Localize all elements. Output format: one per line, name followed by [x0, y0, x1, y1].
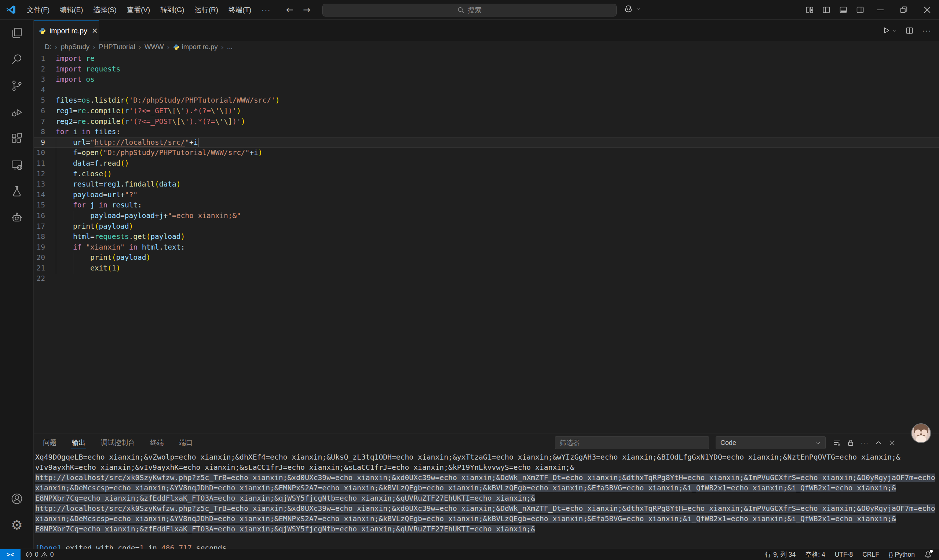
code-line[interactable]: 20 print(payload): [34, 252, 939, 263]
testing-icon[interactable]: [0, 178, 34, 205]
output-source-select[interactable]: Code: [715, 436, 826, 449]
output-row[interactable]: http://localhost/src/xk0SzyKwfzw.php?z5c…: [35, 503, 939, 514]
code-line[interactable]: 1import re: [34, 54, 939, 64]
code-line[interactable]: 10 f=open("D:/phpStudy/PHPTutorial/WWW/s…: [34, 148, 939, 158]
code-line[interactable]: 17 print(payload): [34, 222, 939, 232]
editor-more-actions-button[interactable]: ···: [922, 26, 932, 35]
breadcrumb-item[interactable]: phpStudy: [61, 43, 89, 51]
assistant-avatar[interactable]: [911, 423, 931, 443]
run-python-file-button[interactable]: [882, 26, 897, 34]
code-line[interactable]: 18 html=requests.get(payload): [34, 232, 939, 242]
menu-item[interactable]: 终端(T): [224, 6, 256, 14]
breadcrumb-separator: ›: [139, 43, 141, 51]
close-icon[interactable]: [916, 0, 939, 20]
code-line[interactable]: 15 for j in result:: [34, 200, 939, 211]
code-line[interactable]: 22: [34, 274, 939, 284]
close-panel-icon[interactable]: [888, 439, 896, 446]
output-row[interactable]: E8NPXbr7Cq=echo xianxin;&zfEddFlxaK_FTO3…: [35, 493, 939, 503]
code-line[interactable]: 14 payload=url+"?": [34, 190, 939, 200]
line-number: 10: [34, 148, 45, 158]
code-line[interactable]: 12 f.close(): [34, 169, 939, 180]
customize-layout-button[interactable]: [801, 0, 818, 20]
code-line[interactable]: 7reg2=re.compile(r'(?<=_POST\[\').*(?=\'…: [34, 117, 939, 127]
toggle-primary-sidebar-button[interactable]: [818, 0, 835, 20]
menu-item[interactable]: 转到(G): [155, 6, 189, 14]
eol-status[interactable]: CRLF: [857, 551, 884, 558]
vscode-window: 文件(F)编辑(E)选择(S)查看(V)转到(G)运行(R)终端(T) ··· …: [0, 0, 939, 560]
code-editor[interactable]: 1import re2import requests3import os45fi…: [34, 53, 939, 434]
breadcrumb-item[interactable]: WWW: [145, 43, 163, 51]
code-line[interactable]: 13 result=reg1.findall(data): [34, 179, 939, 190]
code-line[interactable]: 21 exit(1): [34, 263, 939, 274]
remote-indicator[interactable]: ><: [0, 549, 20, 560]
run-debug-icon[interactable]: [0, 99, 34, 125]
code-line[interactable]: 6reg1=re.compile(r'(?<=_GET\[\').*(?=\'\…: [34, 106, 939, 117]
output-filter-input[interactable]: 筛选器: [555, 436, 709, 449]
cursor-position-status[interactable]: 行 9, 列 34: [760, 550, 801, 559]
output-row[interactable]: xianxin;&DeMcscsp=echo xianxin;&YV8nqJDh…: [35, 483, 939, 493]
menu-item[interactable]: 文件(F): [22, 6, 55, 14]
restore-button[interactable]: [892, 0, 916, 20]
account-icon[interactable]: [0, 486, 34, 512]
output-row[interactable]: E8NPXbr7Cq=echo xianxin;&zfEddFlxaK_FTO3…: [35, 524, 939, 534]
toggle-secondary-sidebar-button[interactable]: [852, 0, 868, 20]
tab-close-icon[interactable]: ✕: [92, 26, 98, 35]
tab-import-re-py[interactable]: import re.py ✕: [34, 20, 99, 41]
panel-tab-item[interactable]: 端口: [174, 434, 198, 452]
output-row[interactable]: xianxin;&DeMcscsp=echo xianxin;&YV8nqJDh…: [35, 514, 939, 524]
output-done-row[interactable]: [Done] exited with code=1 in 486.717 sec…: [35, 543, 939, 549]
output-row[interactable]: Xq49D0gqeLB=echo xianxin;&vZwolp=echo xi…: [35, 452, 939, 463]
ai-chat-icon[interactable]: [0, 205, 34, 231]
panel-tab-item[interactable]: 调试控制台: [96, 434, 140, 452]
problems-status[interactable]: 0 0: [20, 551, 59, 558]
back-arrow-button[interactable]: ←: [286, 5, 293, 15]
breadcrumb-item[interactable]: D:: [45, 43, 52, 51]
breadcrumb-item[interactable]: import re.py: [182, 43, 218, 51]
code-line[interactable]: 8for i in files:: [34, 127, 939, 137]
language-status[interactable]: {} Python: [884, 551, 920, 558]
output-row[interactable]: http://localhost/src/xk0SzyKwfzw.php?z5c…: [35, 473, 939, 483]
code-line[interactable]: 9 url="http://localhost/src/"+i: [34, 137, 939, 148]
code-line[interactable]: 4: [34, 85, 939, 95]
minimize-button[interactable]: [868, 0, 892, 20]
menu-item[interactable]: 运行(R): [190, 6, 224, 14]
breadcrumb-item[interactable]: ...: [227, 43, 233, 51]
code-line[interactable]: 2import requests: [34, 64, 939, 75]
menu-item[interactable]: 查看(V): [122, 6, 155, 14]
forward-arrow-button[interactable]: →: [303, 5, 310, 15]
code-line[interactable]: 3import os: [34, 74, 939, 85]
settings-gear-icon[interactable]: ⚙: [0, 512, 34, 538]
notifications-bell-icon[interactable]: [920, 551, 934, 558]
output-console[interactable]: Xq49D0gqeLB=echo xianxin;&vZwolp=echo xi…: [34, 452, 939, 549]
breadcrumb-item[interactable]: PHPTutorial: [99, 43, 135, 51]
lock-scroll-icon[interactable]: [847, 439, 854, 446]
clear-output-icon[interactable]: [833, 439, 841, 447]
menu-item[interactable]: 选择(S): [88, 6, 122, 14]
output-row[interactable]: vIv9ayxhK=echo xianxin;&vIv9ayxhK=echo x…: [35, 463, 939, 473]
panel-more-actions-icon[interactable]: ···: [860, 439, 868, 447]
code-line[interactable]: 5files=os.listdir('D:/phpStudy/PHPTutori…: [34, 95, 939, 106]
indentation-status[interactable]: 空格: 4: [800, 550, 830, 559]
menu-item[interactable]: 编辑(E): [55, 6, 88, 14]
menu-overflow-button[interactable]: ···: [256, 6, 276, 14]
code-text: import re: [56, 54, 95, 64]
panel-tab-item[interactable]: 终端: [145, 434, 169, 452]
copilot-button[interactable]: [624, 4, 641, 14]
code-text: for i in files:: [56, 127, 120, 137]
search-icon[interactable]: [0, 46, 34, 72]
explorer-icon[interactable]: [0, 20, 34, 46]
maximize-panel-icon[interactable]: [875, 439, 882, 446]
encoding-status[interactable]: UTF-8: [830, 551, 858, 558]
command-center-search[interactable]: 搜索: [322, 4, 617, 17]
indent-guide: [56, 137, 56, 274]
panel-tab-active[interactable]: 输出: [67, 434, 91, 452]
split-editor-button[interactable]: [906, 27, 913, 34]
toggle-panel-button[interactable]: [835, 0, 852, 20]
source-control-icon[interactable]: [0, 72, 34, 99]
remote-explorer-icon[interactable]: [0, 152, 34, 178]
code-line[interactable]: 16 payload=payload+j+"=echo xianxin;&": [34, 211, 939, 222]
code-line[interactable]: 19 if "xianxin" in html.text:: [34, 242, 939, 253]
panel-tab-item[interactable]: 问题: [38, 434, 62, 452]
extensions-icon[interactable]: [0, 125, 34, 152]
code-line[interactable]: 11 data=f.read(): [34, 158, 939, 169]
